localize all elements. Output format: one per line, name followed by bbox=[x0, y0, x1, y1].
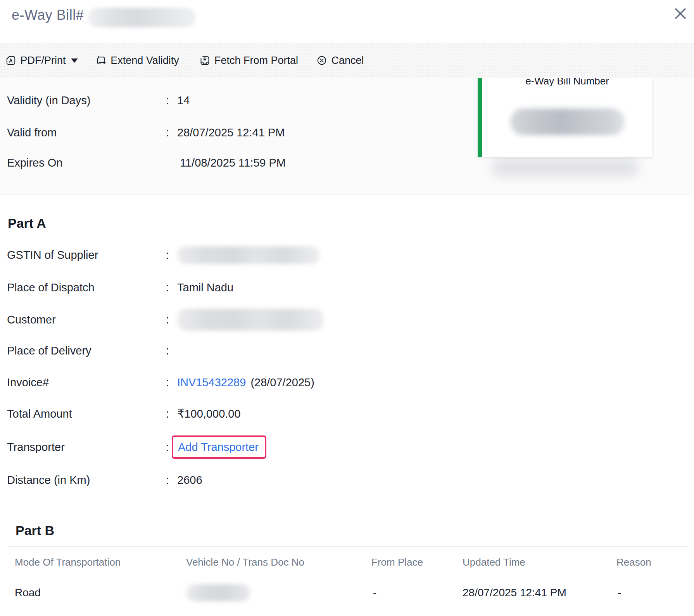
validity-days-value: 14 bbox=[177, 94, 190, 107]
toolbar: PDF/Print Extend Validity bbox=[0, 43, 694, 78]
pdf-icon bbox=[6, 55, 16, 65]
transporter-row: Transporter : Add Transporter bbox=[7, 435, 266, 459]
pdf-print-button[interactable]: PDF/Print bbox=[0, 43, 84, 78]
invoice-date-suffix: (28/07/2025) bbox=[250, 376, 314, 389]
redacted-eway-bill-number bbox=[510, 108, 625, 135]
part-b-table: Mode Of Transportation Vehicle No / Tran… bbox=[8, 546, 688, 608]
valid-from-value: 28/07/2025 12:41 PM bbox=[177, 126, 285, 139]
part-b-heading: Part B bbox=[16, 523, 54, 538]
total-amount-value: ₹100,000.00 bbox=[177, 407, 241, 420]
valid-from-row: Valid from : 28/07/2025 12:41 PM bbox=[7, 124, 285, 141]
chevron-down-icon bbox=[71, 59, 78, 63]
reason-value: - bbox=[618, 577, 621, 608]
colon: : bbox=[166, 126, 177, 139]
validity-days-row: Validity (in Days) : 14 bbox=[7, 92, 190, 109]
place-of-dispatch-label: Place of Dispatch bbox=[7, 281, 166, 294]
expires-on-label: Expires On bbox=[7, 157, 166, 169]
colon: : bbox=[166, 408, 177, 420]
add-transporter-link[interactable]: Add Transporter bbox=[178, 441, 259, 454]
invoice-row: Invoice# : INV15432289 (28/07/2025) bbox=[7, 374, 314, 391]
colon: : bbox=[166, 344, 177, 357]
cancel-label: Cancel bbox=[331, 55, 364, 67]
part-b-table-row: Road - 28/07/2025 12:41 PM - bbox=[8, 577, 688, 608]
modal-header: e-Way Bill# bbox=[0, 0, 694, 43]
invoice-number-link[interactable]: INV15432289 bbox=[177, 376, 246, 389]
extend-validity-button[interactable]: Extend Validity bbox=[84, 43, 191, 78]
colon: : bbox=[166, 281, 177, 294]
modal-title: e-Way Bill# bbox=[12, 7, 84, 23]
extend-validity-icon bbox=[96, 55, 106, 66]
invoice-label: Invoice# bbox=[7, 376, 166, 389]
redacted-customer-value bbox=[177, 309, 324, 330]
customer-label: Customer bbox=[7, 313, 166, 326]
gstin-supplier-label: GSTIN of Supplier bbox=[7, 249, 166, 262]
close-icon bbox=[674, 7, 687, 20]
eway-bill-modal: e-Way Bill Number e-Way Bill# PDF/Pri bbox=[0, 0, 694, 616]
close-button[interactable] bbox=[672, 5, 689, 22]
colon: : bbox=[166, 94, 177, 107]
redacted-vehicle-number bbox=[186, 584, 250, 601]
expires-on-row: Expires On 11/08/2025 11:59 PM bbox=[7, 154, 286, 171]
total-amount-row: Total Amount : ₹100,000.00 bbox=[7, 405, 241, 422]
part-a-heading: Part A bbox=[8, 216, 46, 231]
validity-days-label: Validity (in Days) bbox=[7, 94, 166, 107]
col-updated-time: Updated Time bbox=[463, 547, 525, 578]
add-transporter-highlight-box: Add Transporter bbox=[172, 435, 266, 459]
place-of-delivery-label: Place of Delivery bbox=[7, 344, 166, 357]
col-vehicle-no: Vehicle No / Trans Doc No bbox=[186, 547, 304, 578]
extend-validity-label: Extend Validity bbox=[110, 55, 179, 67]
redacted-bill-number bbox=[88, 8, 196, 27]
colon: : bbox=[166, 376, 177, 389]
place-of-dispatch-row: Place of Dispatch : Tamil Nadu bbox=[7, 279, 233, 296]
col-mode-of-transportation: Mode Of Transportation bbox=[15, 547, 121, 578]
place-of-dispatch-value: Tamil Nadu bbox=[177, 281, 233, 294]
customer-row: Customer : bbox=[7, 308, 324, 331]
fetch-download-icon bbox=[200, 55, 210, 66]
redacted-gstin-value bbox=[177, 246, 320, 264]
part-b-table-header: Mode Of Transportation Vehicle No / Tran… bbox=[8, 546, 688, 577]
mode-value: Road bbox=[15, 577, 41, 608]
fetch-from-portal-label: Fetch From Portal bbox=[214, 55, 298, 67]
pdf-print-label: PDF/Print bbox=[20, 55, 66, 67]
distance-label: Distance (in Km) bbox=[7, 474, 166, 487]
expires-on-value: 11/08/2025 11:59 PM bbox=[180, 157, 286, 169]
updated-time-value: 28/07/2025 12:41 PM bbox=[463, 577, 566, 608]
colon: : bbox=[166, 474, 177, 487]
bill-card-shadow bbox=[492, 158, 639, 177]
gstin-supplier-row: GSTIN of Supplier : bbox=[7, 246, 320, 263]
distance-value: 2606 bbox=[177, 474, 202, 487]
from-place-value: - bbox=[373, 577, 376, 608]
cancel-button[interactable]: Cancel bbox=[307, 43, 374, 78]
total-amount-label: Total Amount bbox=[7, 408, 166, 420]
fetch-from-portal-button[interactable]: Fetch From Portal bbox=[191, 43, 307, 78]
distance-row: Distance (in Km) : 2606 bbox=[7, 471, 202, 489]
colon: : bbox=[166, 313, 177, 326]
cancel-circle-icon bbox=[317, 55, 327, 65]
col-reason: Reason bbox=[616, 547, 651, 578]
place-of-delivery-row: Place of Delivery : bbox=[7, 342, 177, 359]
valid-from-label: Valid from bbox=[7, 126, 166, 139]
col-from-place: From Place bbox=[371, 547, 423, 578]
colon: : bbox=[166, 249, 177, 262]
transporter-label: Transporter bbox=[7, 441, 166, 454]
